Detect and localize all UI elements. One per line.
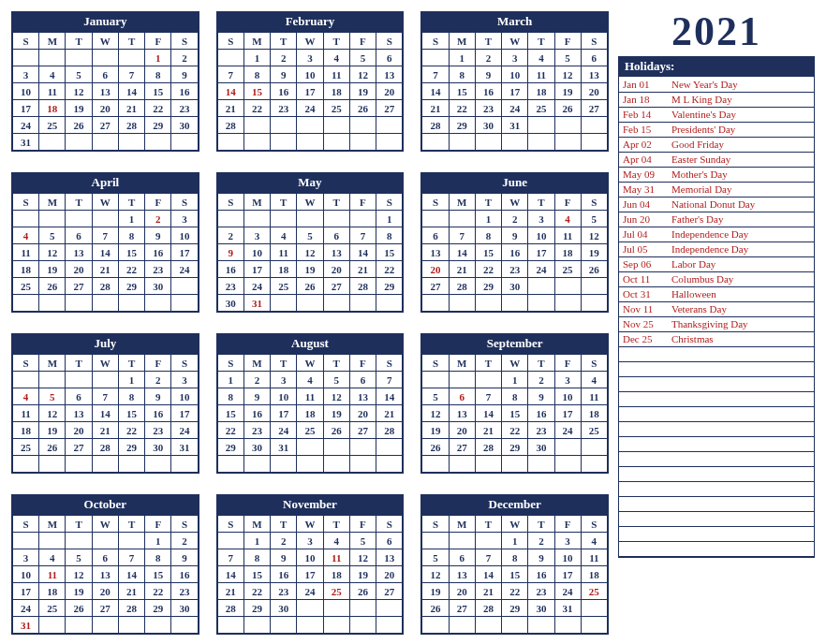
month-november: NovemberSMTWTFS 123456789101112131415161… (216, 494, 405, 635)
holiday-date: May 31 (619, 182, 668, 197)
month-table: SMTWTFS 12345678910111213141516171819202… (421, 193, 608, 312)
day-cell (171, 456, 198, 473)
day-cell (581, 617, 607, 634)
day-cell: 15 (243, 566, 270, 583)
day-cell (502, 456, 528, 473)
holiday-name (668, 436, 814, 451)
month-header: July (12, 334, 199, 354)
day-cell: 2 (271, 50, 297, 66)
day-cell: 1 (243, 50, 270, 66)
holiday-date (619, 526, 668, 541)
day-cell: 26 (66, 600, 92, 617)
day-cell (66, 134, 92, 151)
day-cell (422, 295, 449, 312)
day-cell: 4 (528, 50, 554, 66)
day-cell (475, 533, 501, 549)
month-table: SMTWTFS 12345678910111213141516171819202… (12, 32, 199, 151)
day-header: T (118, 194, 144, 211)
day-cell: 21 (217, 100, 243, 117)
day-header: T (475, 33, 501, 50)
day-cell (581, 439, 607, 456)
day-cell: 28 (92, 439, 118, 456)
day-cell (449, 456, 475, 473)
day-cell: 13 (66, 405, 92, 422)
day-header: S (13, 33, 39, 50)
day-cell: 27 (92, 600, 118, 617)
day-cell: 30 (145, 439, 171, 456)
day-cell: 10 (297, 549, 323, 566)
day-cell: 9 (271, 66, 297, 83)
day-header: M (449, 33, 475, 50)
day-header: S (171, 194, 198, 211)
day-header: T (66, 355, 92, 372)
day-cell: 1 (376, 211, 403, 227)
day-cell: 7 (217, 549, 243, 566)
day-cell: 8 (217, 388, 243, 405)
day-cell: 4 (13, 227, 39, 244)
day-cell: 8 (118, 227, 144, 244)
holiday-date: Jun 20 (619, 212, 668, 227)
sidebar: 2021 Holidays: Jan 01New Year's DayJan 1… (618, 11, 815, 558)
day-header: S (581, 194, 607, 211)
day-cell (376, 617, 403, 634)
day-cell: 14 (217, 83, 243, 100)
day-cell: 3 (502, 50, 528, 66)
holiday-name: Father's Day (668, 212, 814, 227)
day-cell: 16 (243, 405, 270, 422)
day-cell: 14 (349, 244, 376, 261)
day-cell (66, 295, 92, 312)
day-cell (475, 134, 501, 151)
day-header: T (271, 194, 297, 211)
day-cell: 18 (323, 83, 349, 100)
day-cell: 27 (376, 583, 403, 600)
day-header: F (145, 516, 171, 533)
day-cell (66, 456, 92, 473)
day-cell: 18 (13, 261, 39, 278)
day-header: S (581, 516, 607, 533)
holiday-row-empty (619, 451, 814, 466)
day-header: W (297, 516, 323, 533)
holiday-date (619, 391, 668, 406)
day-header: S (217, 194, 243, 211)
day-header: T (271, 33, 297, 50)
day-cell: 31 (13, 134, 39, 151)
day-cell: 15 (118, 405, 144, 422)
day-header: S (171, 516, 198, 533)
holiday-row: Jul 04Independence Day (619, 227, 814, 242)
day-cell (349, 617, 376, 634)
day-cell: 2 (171, 533, 198, 549)
day-cell: 29 (145, 600, 171, 617)
month-header: February (217, 12, 404, 32)
day-cell: 10 (502, 66, 528, 83)
day-cell: 16 (475, 83, 501, 100)
day-header: F (554, 516, 581, 533)
day-cell: 28 (92, 278, 118, 295)
holiday-name: Good Friday (668, 137, 814, 152)
day-cell (349, 134, 376, 151)
day-cell: 6 (376, 50, 403, 66)
day-cell: 1 (217, 372, 243, 388)
day-cell: 18 (323, 566, 349, 583)
day-cell: 27 (581, 100, 607, 117)
day-header: W (297, 194, 323, 211)
holiday-date (619, 421, 668, 436)
month-october: OctoberSMTWTFS 1234567891011121314151617… (11, 494, 199, 635)
day-cell: 24 (13, 117, 39, 134)
day-cell (118, 617, 144, 634)
holiday-row: Nov 25Thanksgiving Day (619, 316, 814, 331)
day-cell: 2 (243, 372, 270, 388)
day-cell: 7 (92, 388, 118, 405)
day-cell: 5 (581, 211, 607, 227)
day-cell: 11 (323, 66, 349, 83)
day-cell: 19 (349, 83, 376, 100)
day-cell: 6 (92, 549, 118, 566)
day-cell: 19 (349, 566, 376, 583)
day-cell: 24 (171, 261, 198, 278)
day-cell (554, 617, 581, 634)
holiday-name: Presidents' Day (668, 122, 814, 137)
day-header: S (217, 33, 243, 50)
day-cell: 5 (422, 388, 449, 405)
day-cell: 11 (13, 244, 39, 261)
day-header: T (118, 355, 144, 372)
day-cell: 3 (297, 533, 323, 549)
